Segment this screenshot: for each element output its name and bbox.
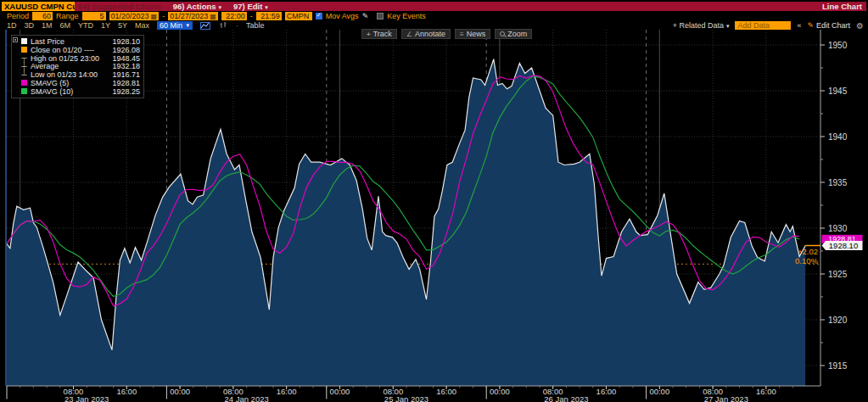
tab-6m[interactable]: 6M bbox=[60, 21, 71, 30]
legend-high[interactable]: High on 01/25 23:00 1948.45 bbox=[21, 54, 140, 63]
svg-text:16:00: 16:00 bbox=[436, 387, 456, 396]
legend-label: SMAVG (5) bbox=[31, 79, 69, 87]
svg-text:25 Jan 2023: 25 Jan 2023 bbox=[384, 394, 428, 402]
title-bar: XAUUSD CMPN Curnc 94) Suggested Charts 9… bbox=[2, 2, 866, 11]
legend-average[interactable]: Average 1932.18 bbox=[21, 62, 140, 70]
legend-label: SMAVG (10) bbox=[31, 87, 73, 96]
date-from-input[interactable]: 01/20/2023 bbox=[109, 12, 160, 20]
legend-last-price[interactable]: Last Price 1928.10 bbox=[21, 37, 140, 46]
legend-label: Average bbox=[31, 62, 59, 70]
pencil-icon bbox=[807, 21, 814, 30]
time-range-dash: - bbox=[250, 12, 253, 20]
chart-tools: Track Annotate News Zoom bbox=[361, 29, 532, 39]
x-axis: 08:0016:0000:0008:0016:0000:0008:0016:00… bbox=[7, 386, 792, 402]
related-data-menu[interactable]: + Related Data bbox=[673, 21, 730, 30]
annotate-icon bbox=[406, 31, 412, 38]
track-label: Track bbox=[373, 30, 392, 38]
pricing-source-field[interactable]: CMPN bbox=[285, 12, 312, 20]
legend-value: 1948.45 bbox=[112, 54, 140, 63]
period-label: Period bbox=[7, 12, 29, 20]
svg-text:1930: 1930 bbox=[828, 224, 848, 233]
annotate-button[interactable]: Annotate bbox=[401, 29, 451, 39]
legend-label: High on 01/25 23:00 bbox=[31, 54, 99, 63]
y-axis: 19151920192519301935194019451950 bbox=[820, 41, 848, 371]
low-marker-icon bbox=[21, 72, 27, 78]
interval-dropdown[interactable]: 60 Min bbox=[157, 21, 193, 30]
svg-text:16:00: 16:00 bbox=[277, 387, 297, 396]
legend-expander-icon[interactable] bbox=[13, 37, 18, 42]
legend-value: 1932.18 bbox=[112, 62, 140, 70]
time-from-input[interactable]: 22:00 bbox=[221, 12, 247, 20]
annotate-label: Annotate bbox=[415, 30, 445, 38]
edit-chart-label: Edit Chart bbox=[816, 21, 850, 30]
date-to-input[interactable]: 01/27/2023 bbox=[168, 12, 218, 20]
change-annotation: +2.020.10% bbox=[795, 247, 818, 265]
svg-text:1928.10: 1928.10 bbox=[829, 241, 858, 250]
key-events-label: Key Events bbox=[387, 12, 426, 20]
calendar-icon[interactable] bbox=[149, 12, 158, 20]
edit-mov-avgs-icon[interactable] bbox=[362, 12, 369, 20]
table-button[interactable]: Table bbox=[246, 21, 265, 30]
close-swatch-icon bbox=[21, 47, 27, 53]
calendar-icon[interactable] bbox=[208, 12, 216, 20]
legend-close[interactable]: Close on 01/20 ---- 1926.08 bbox=[21, 46, 140, 54]
legend-sma10[interactable]: SMAVG (10) 1928.25 bbox=[21, 87, 140, 96]
collapse-panel-icon[interactable] bbox=[797, 21, 801, 30]
news-icon bbox=[460, 31, 464, 38]
svg-text:00:00: 00:00 bbox=[490, 387, 510, 396]
bar-chart-mode-icon[interactable] bbox=[218, 22, 228, 30]
news-button[interactable]: News bbox=[455, 29, 490, 39]
svg-text:1915: 1915 bbox=[828, 361, 848, 371]
track-icon bbox=[367, 31, 371, 38]
legend-low[interactable]: Low on 01/23 14:00 1916.71 bbox=[21, 70, 140, 79]
legend-value: 1916.71 bbox=[112, 70, 140, 79]
zoom-button[interactable]: Zoom bbox=[495, 29, 532, 39]
zoom-label: Zoom bbox=[507, 30, 527, 38]
tab-3d[interactable]: 3D bbox=[25, 21, 35, 30]
tab-max[interactable]: Max bbox=[135, 21, 149, 30]
actions-menu[interactable]: 96) Actions bbox=[173, 2, 221, 11]
svg-text:+2.02: +2.02 bbox=[798, 247, 818, 256]
line-chart-mode-icon[interactable] bbox=[200, 22, 210, 30]
svg-text:26 Jan 2023: 26 Jan 2023 bbox=[544, 394, 588, 402]
svg-text:00:00: 00:00 bbox=[649, 387, 669, 396]
tab-1m[interactable]: 1M bbox=[42, 21, 53, 30]
toolbar-separator: · bbox=[236, 21, 238, 30]
key-events-checkbox[interactable] bbox=[377, 13, 384, 20]
svg-text:16:00: 16:00 bbox=[596, 387, 617, 396]
svg-text:27 Jan 2023: 27 Jan 2023 bbox=[704, 394, 748, 402]
edit-menu[interactable]: 97) Edit bbox=[233, 2, 268, 11]
edit-chart-button[interactable]: Edit Chart bbox=[807, 21, 850, 30]
legend-label: Last Price bbox=[31, 37, 64, 46]
track-button[interactable]: Track bbox=[361, 29, 397, 39]
tab-1d[interactable]: 1D bbox=[7, 21, 17, 30]
settings-gear-icon[interactable] bbox=[856, 21, 864, 31]
tab-5y[interactable]: 5Y bbox=[118, 21, 127, 30]
chart-legend: Last Price 1928.10 Close on 01/20 ---- 1… bbox=[11, 35, 144, 98]
tab-ytd[interactable]: YTD bbox=[78, 21, 93, 30]
svg-text:16:00: 16:00 bbox=[756, 387, 776, 396]
time-to-input[interactable]: 21:59 bbox=[256, 12, 282, 20]
svg-text:16:00: 16:00 bbox=[116, 387, 137, 396]
tab-1y[interactable]: 1Y bbox=[101, 21, 110, 30]
security-ticker-input[interactable]: XAUUSD CMPN Curnc bbox=[2, 2, 75, 11]
range-input[interactable]: 5 bbox=[82, 12, 106, 20]
svg-text:0.10%: 0.10% bbox=[795, 256, 818, 265]
svg-text:00:00: 00:00 bbox=[170, 387, 190, 396]
legend-sma5[interactable]: SMAVG (5) 1928.81 bbox=[21, 79, 140, 87]
chart-toolbar: Period 60 Range 5 01/20/2023 - 01/27/202… bbox=[0, 11, 868, 21]
last-price-swatch-icon bbox=[21, 38, 27, 44]
add-data-input[interactable]: Add Data bbox=[735, 21, 791, 30]
period-input[interactable]: 60 bbox=[32, 12, 53, 20]
price-flags: 1928.811928.10 bbox=[822, 235, 863, 250]
svg-text:1935: 1935 bbox=[828, 178, 848, 187]
mov-avgs-checkbox[interactable] bbox=[316, 13, 322, 20]
area-series bbox=[7, 59, 805, 386]
chart-type-label: Line Chart bbox=[822, 2, 866, 11]
svg-text:1920: 1920 bbox=[828, 315, 848, 325]
svg-text:00:00: 00:00 bbox=[330, 387, 350, 396]
suggested-charts-menu[interactable]: 94) Suggested Charts bbox=[78, 2, 161, 11]
zoom-icon bbox=[500, 31, 505, 36]
legend-value: 1928.81 bbox=[112, 79, 140, 87]
date-from-value: 01/20/2023 bbox=[111, 12, 149, 20]
